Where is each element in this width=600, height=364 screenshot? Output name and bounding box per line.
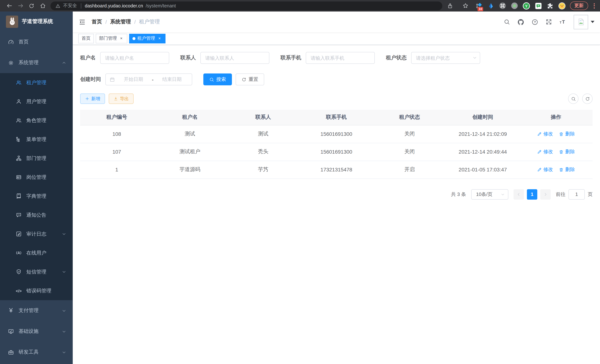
extension-y-icon[interactable]: Y bbox=[523, 2, 530, 10]
search-button[interactable]: 搜索 bbox=[203, 74, 232, 85]
cell-created: 2021-12-14 21:02:09 bbox=[446, 125, 519, 143]
status-select[interactable] bbox=[411, 52, 480, 64]
extension-diamond-icon[interactable]: 10 bbox=[475, 2, 483, 10]
sidebar-item-dept-management[interactable]: 部门管理 bbox=[0, 149, 73, 168]
date-separator: - bbox=[152, 77, 154, 82]
reset-button[interactable]: 重置 bbox=[236, 74, 264, 85]
browser-update-button[interactable]: 更新 bbox=[570, 1, 588, 10]
date-range-picker[interactable]: 开始日期 - 结束日期 bbox=[105, 74, 192, 85]
edit-button[interactable]: 修改 bbox=[537, 166, 553, 173]
browser-reload-icon[interactable] bbox=[26, 1, 37, 10]
sidebar-fold-icon[interactable] bbox=[79, 18, 86, 25]
page-size-value: 10条/页 bbox=[476, 191, 492, 198]
tenant-name-label: 租户名 bbox=[80, 55, 96, 61]
security-warning-icon[interactable] bbox=[55, 3, 60, 8]
extension-command-icon[interactable] bbox=[499, 2, 506, 10]
help-icon[interactable]: ? bbox=[531, 18, 538, 25]
next-page-icon[interactable] bbox=[540, 189, 551, 199]
edit-button[interactable]: 修改 bbox=[537, 131, 553, 137]
show-search-icon[interactable] bbox=[568, 93, 579, 104]
cell-status: 关闭 bbox=[373, 143, 446, 161]
sidebar-item-post-management[interactable]: 岗位管理 bbox=[0, 168, 73, 187]
share-icon[interactable] bbox=[445, 1, 456, 10]
sidebar-item-infrastructure[interactable]: 基础设施 bbox=[0, 321, 73, 342]
tag-dept-management[interactable]: 部门管理× bbox=[96, 34, 127, 43]
tag-home[interactable]: 首页 bbox=[78, 34, 94, 43]
close-tag-icon[interactable]: × bbox=[119, 36, 124, 41]
prev-page-icon[interactable] bbox=[514, 189, 524, 199]
extension-record-icon[interactable] bbox=[511, 2, 518, 10]
delete-button[interactable]: 删除 bbox=[559, 166, 575, 173]
browser-forward-icon[interactable] bbox=[15, 1, 26, 10]
table-tools bbox=[568, 93, 593, 104]
browser-menu-icon[interactable] bbox=[592, 3, 596, 8]
page-jumper-input[interactable] bbox=[568, 189, 585, 199]
contact-input[interactable] bbox=[200, 52, 269, 64]
sidebar-item-user-management[interactable]: 用户管理 bbox=[0, 92, 73, 111]
breadcrumb: 首页 / 系统管理 / 租户管理 bbox=[92, 19, 160, 25]
cell-mobile: 17321315478 bbox=[300, 161, 373, 178]
browser-home-icon[interactable] bbox=[37, 1, 48, 10]
cell-created: 2021-01-05 17:03:47 bbox=[446, 161, 519, 178]
breadcrumb-system[interactable]: 系统管理 bbox=[110, 19, 131, 25]
sidebar-item-menu-management[interactable]: 菜单管理 bbox=[0, 130, 73, 149]
message-icon bbox=[16, 212, 22, 218]
sidebar-item-system-management[interactable]: 系统管理 bbox=[0, 52, 73, 73]
github-icon[interactable] bbox=[517, 18, 524, 25]
delete-button-label: 删除 bbox=[565, 149, 575, 155]
page-number-1[interactable]: 1 bbox=[527, 189, 537, 199]
address-bar[interactable]: 不安全 dashboard.yudao.iocoder.cn/system/te… bbox=[50, 1, 442, 10]
bookmark-star-icon[interactable] bbox=[460, 1, 471, 10]
table-row: 107测试租户秃头15601691300关闭2021-12-14 20:49:4… bbox=[80, 143, 593, 161]
mobile-input[interactable] bbox=[306, 52, 375, 64]
sidebar-item-dev-tools[interactable]: 研发工具 bbox=[0, 342, 73, 363]
update-label: 更新 bbox=[574, 3, 584, 9]
sidebar-item-audit-log[interactable]: 审计日志 bbox=[0, 224, 73, 243]
sidebar-item-home[interactable]: 首页 bbox=[0, 32, 73, 52]
status-label: 租户状态 bbox=[386, 55, 407, 61]
delete-button[interactable]: 删除 bbox=[559, 149, 575, 155]
avatar[interactable] bbox=[574, 15, 588, 29]
goto-label: 前往 bbox=[556, 191, 565, 198]
extension-chat-icon[interactable] bbox=[534, 2, 542, 10]
sidebar-item-online-user[interactable]: 在线用户 bbox=[0, 243, 73, 262]
system-submenu: 租户管理用户管理角色管理菜单管理部门管理岗位管理字典管理通知公告审计日志在线用户… bbox=[0, 73, 73, 300]
breadcrumb-home[interactable]: 首页 bbox=[92, 19, 102, 25]
sidebar-item-tenant-management[interactable]: 租户管理 bbox=[0, 73, 73, 92]
browser-back-icon[interactable] bbox=[4, 1, 15, 10]
tenant-name-input[interactable] bbox=[100, 52, 169, 64]
sidebar-item-pay-management[interactable]: ¥支付管理 bbox=[0, 300, 73, 321]
refresh-table-icon[interactable] bbox=[582, 93, 593, 104]
delete-button[interactable]: 删除 bbox=[559, 131, 575, 137]
column-header: 租户名 bbox=[153, 110, 227, 125]
badge-icon bbox=[16, 174, 22, 180]
edit-button[interactable]: 修改 bbox=[537, 149, 553, 155]
header-search-icon[interactable] bbox=[504, 19, 510, 25]
export-button[interactable]: 导出 bbox=[109, 93, 134, 104]
close-tag-icon[interactable]: × bbox=[157, 36, 162, 41]
sidebar-item-role-management[interactable]: 角色管理 bbox=[0, 111, 73, 130]
chevron-down-icon bbox=[62, 232, 66, 236]
sidebar-item-dict-management[interactable]: 字典管理 bbox=[0, 187, 73, 205]
status-select-input[interactable] bbox=[411, 52, 480, 64]
page-jumper: 前往 页 bbox=[556, 189, 593, 199]
font-size-icon[interactable]: TT bbox=[559, 18, 567, 25]
breadcrumb-current: 租户管理 bbox=[139, 19, 160, 25]
sidebar-item-error-code-management[interactable]: </>错误码管理 bbox=[0, 281, 73, 300]
add-button[interactable]: 新增 bbox=[80, 93, 105, 104]
extension-balloon-icon[interactable] bbox=[487, 2, 495, 10]
calendar-icon bbox=[110, 77, 115, 82]
users-icon bbox=[16, 117, 22, 123]
sidebar-item-label: 岗位管理 bbox=[26, 174, 46, 180]
sidebar-item-notice[interactable]: 通知公告 bbox=[0, 205, 73, 224]
sidebar-item-sms-management[interactable]: 短信管理 bbox=[0, 262, 73, 281]
extension-puzzle-icon[interactable] bbox=[546, 2, 554, 10]
pagination: 共 3 条 10条/页 1 bbox=[80, 189, 593, 211]
extension-emoji-icon[interactable] bbox=[558, 2, 566, 10]
page-size-select[interactable]: 10条/页 bbox=[471, 189, 508, 199]
avatar-caret-icon bbox=[591, 21, 594, 23]
user-avatar-menu[interactable] bbox=[574, 15, 594, 29]
yen-icon: ¥ bbox=[8, 308, 14, 314]
fullscreen-icon[interactable] bbox=[545, 19, 552, 25]
tag-tenant-management[interactable]: 租户管理× bbox=[129, 34, 166, 43]
